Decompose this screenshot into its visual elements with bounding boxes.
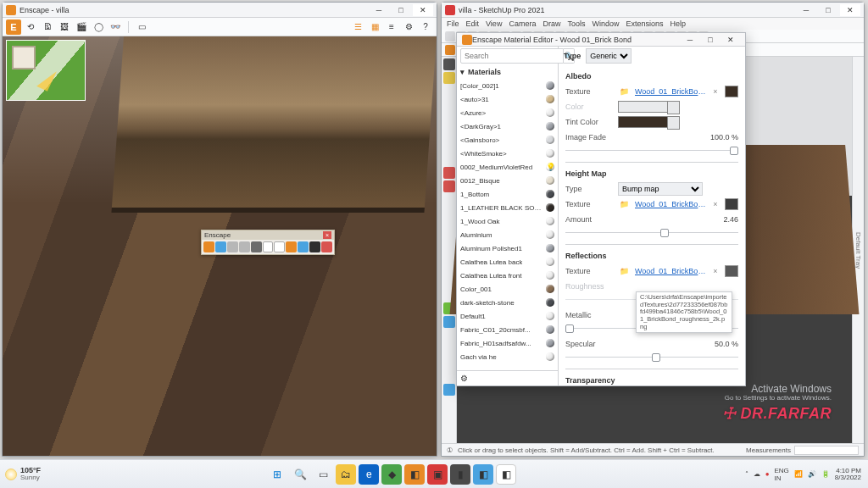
select-tool-icon[interactable]	[443, 58, 455, 70]
ft-sync-icon[interactable]	[215, 241, 226, 252]
close-button[interactable]: ✕	[413, 4, 433, 16]
tb-icon[interactable]	[445, 31, 455, 42]
ft-feedback-icon[interactable]	[321, 241, 332, 252]
tape-tool-icon[interactable]	[443, 221, 455, 233]
recording-icon[interactable]: ●	[765, 470, 770, 478]
screenshot-icon[interactable]: 🖻	[40, 19, 55, 35]
menu-item[interactable]: Draw	[542, 19, 560, 28]
floating-toolbar-close-icon[interactable]: ×	[323, 231, 331, 239]
menu-item[interactable]: Window	[592, 19, 619, 28]
material-row[interactable]: Calathea Lutea back	[457, 255, 558, 269]
panorama-icon[interactable]: ◯	[91, 19, 106, 35]
type-select[interactable]: Generic	[586, 48, 632, 64]
start-button[interactable]: ⊞	[267, 464, 287, 485]
clear-icon[interactable]: ×	[711, 87, 720, 96]
material-row[interactable]: Fabric_C01_20cmsbf...	[457, 323, 558, 336]
material-row[interactable]: 1_Bottom	[457, 187, 558, 201]
text-tool-icon[interactable]	[443, 235, 455, 247]
material-editor-panel[interactable]: Enscape Material Editor - Wood 01_Brick …	[456, 32, 746, 386]
ft-settings-icon[interactable]	[298, 241, 309, 252]
material-row[interactable]: Calathea Lutea front	[457, 269, 558, 282]
maximize-button[interactable]: □	[391, 4, 411, 16]
extension-icon[interactable]	[443, 343, 455, 355]
scale-tool-icon[interactable]	[443, 194, 455, 206]
arc-tool-icon[interactable]	[443, 140, 455, 152]
albedo-texture-link[interactable]: Wood_01_BrickBond_albe...	[635, 87, 706, 96]
gear-icon[interactable]: ⚙	[460, 374, 468, 383]
menu-item[interactable]: View	[486, 19, 502, 28]
menu-item[interactable]: Tools	[567, 19, 585, 28]
expand-icon[interactable]: ▾	[460, 68, 465, 76]
onedrive-icon[interactable]: ☁	[754, 470, 760, 478]
extension-icon[interactable]	[443, 370, 455, 382]
rotate-tool-icon[interactable]	[443, 180, 455, 192]
material-row[interactable]: 0012_Bisque	[457, 174, 558, 187]
general-settings-icon[interactable]: ⚙	[401, 19, 416, 35]
material-row[interactable]: Default1	[457, 309, 558, 323]
material-row[interactable]: 1_LEATHER BLACK SOFT	[457, 201, 558, 214]
sketchup-tb-button[interactable]: ▣	[427, 464, 448, 485]
app-button[interactable]: ◆	[381, 464, 402, 485]
material-row[interactable]: [Color_002]1	[457, 79, 558, 92]
extension-icon[interactable]	[443, 384, 455, 396]
material-row[interactable]: Fabric_H01sadfsafdw...	[457, 336, 558, 350]
menu-item[interactable]: Extensions	[626, 19, 663, 28]
asset-library-icon[interactable]: ▦	[367, 19, 382, 35]
enscape-start-button[interactable]: E	[6, 19, 21, 35]
line-tool-icon[interactable]	[443, 99, 455, 111]
maximize-button[interactable]: □	[701, 36, 720, 44]
material-editor-titlebar[interactable]: Enscape Material Editor - Wood 01_Brick …	[457, 33, 745, 47]
move-tool-icon[interactable]	[443, 167, 455, 179]
close-button[interactable]: ✕	[721, 36, 740, 44]
taskbar-weather[interactable]: 105°F Sunny	[0, 467, 46, 481]
eraser-tool-icon[interactable]	[443, 86, 455, 97]
material-row[interactable]: 0002_MediumVioletRed	[457, 160, 558, 174]
clear-icon[interactable]: ×	[711, 267, 720, 275]
folder-icon[interactable]: 📁	[618, 198, 630, 210]
chevron-up-icon[interactable]: ˄	[745, 470, 748, 478]
clock[interactable]: 4:10 PM 8/3/2022	[835, 468, 861, 481]
menu-item[interactable]: Edit	[466, 19, 480, 28]
visual-settings-icon[interactable]: ≡	[384, 19, 399, 35]
material-row[interactable]: Aluminum Polished1	[457, 241, 558, 255]
minimize-button[interactable]: ─	[796, 4, 816, 16]
page-icon[interactable]: ▭	[134, 19, 149, 35]
reflection-texture-link[interactable]: Wood_01_BrickBond_roug...	[635, 267, 706, 275]
material-row[interactable]: <DarkGray>1	[457, 119, 558, 133]
wifi-icon[interactable]: 📶	[794, 470, 803, 478]
enscape-tb-button[interactable]: ◧	[404, 464, 425, 485]
search-button[interactable]: 🔍	[290, 464, 310, 485]
app-button[interactable]: ◧	[473, 464, 493, 485]
edge-button[interactable]: e	[359, 464, 379, 485]
enscape-titlebar[interactable]: Enscape - villa ─ □ ✕	[3, 3, 437, 18]
heightmap-type-select[interactable]: Bump map	[618, 182, 703, 196]
material-row[interactable]: <auto>31	[457, 92, 558, 106]
pushpull-tool-icon[interactable]	[443, 153, 455, 165]
sketchup-tray-tab[interactable]: Default Tray	[852, 57, 864, 443]
extension-icon[interactable]	[443, 357, 455, 369]
video-icon[interactable]: 🎬	[74, 19, 89, 35]
minimap[interactable]	[6, 40, 86, 101]
extension-icon[interactable]	[443, 316, 455, 328]
measurements-input[interactable]	[794, 446, 859, 455]
clear-icon[interactable]: ×	[711, 200, 720, 208]
ft-views-icon[interactable]	[227, 241, 238, 252]
ft-live-icon[interactable]	[239, 241, 250, 252]
specular-slider[interactable]	[565, 352, 738, 363]
ft-cloud-icon[interactable]	[286, 241, 297, 252]
minimize-button[interactable]: ─	[681, 36, 699, 44]
material-row[interactable]: dark-sketch-stone	[457, 296, 558, 309]
image-fade-slider[interactable]	[565, 145, 738, 157]
minimize-button[interactable]: ─	[369, 4, 389, 16]
material-row[interactable]: <Gainsboro>	[457, 133, 558, 147]
export-image-icon[interactable]: 🖼	[57, 19, 72, 35]
folder-icon[interactable]: 📁	[618, 86, 630, 97]
ft-about-icon[interactable]	[309, 241, 320, 252]
material-row[interactable]: <Azure>	[457, 106, 558, 119]
ft-assets-icon[interactable]	[263, 241, 274, 252]
volume-icon[interactable]: 🔊	[808, 470, 816, 478]
explorer-button[interactable]: 🗂	[336, 464, 356, 485]
menu-item[interactable]: File	[447, 19, 459, 28]
ft-start-icon[interactable]	[203, 241, 214, 252]
app-button[interactable]: ◧	[496, 464, 516, 485]
